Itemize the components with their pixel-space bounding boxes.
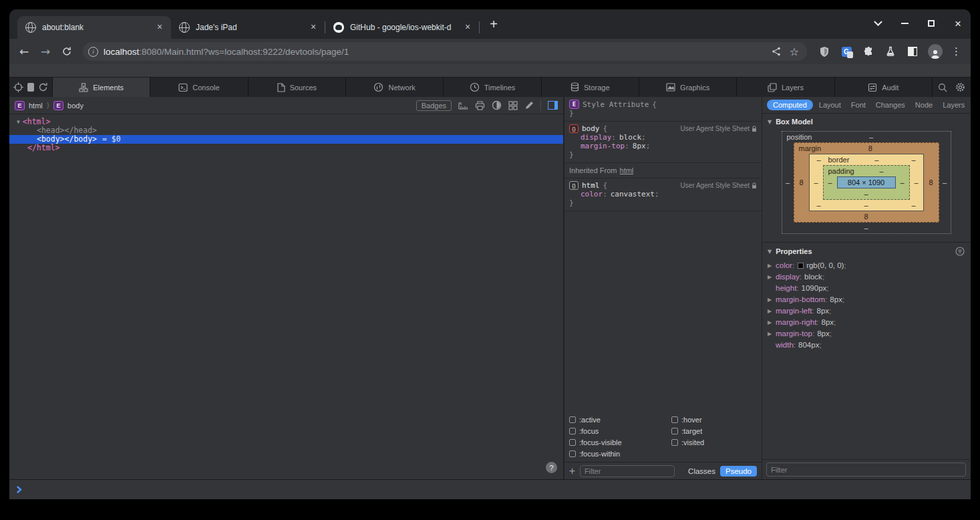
dom-node-body-selected[interactable]: <body></body>= $0 xyxy=(9,135,563,144)
url-text[interactable]: localhost:8080/Main.html?ws=localhost:92… xyxy=(104,47,766,57)
tab-changes[interactable]: Changes xyxy=(872,100,909,110)
close-icon[interactable]: × xyxy=(949,15,967,32)
ruler-icon[interactable] xyxy=(458,101,468,110)
browser-tab-github[interactable]: GitHub - google/ios-webkit-d × xyxy=(325,16,479,39)
computed-property[interactable]: ▶margin-top:8px; xyxy=(768,328,965,340)
computed-property[interactable]: ▶display:block; xyxy=(768,271,965,283)
translate-extension-icon[interactable]: G xyxy=(840,45,853,58)
dom-node-html-close[interactable]: </html> xyxy=(9,144,563,152)
tab-layers[interactable]: Layers xyxy=(939,100,969,110)
printer-icon[interactable] xyxy=(475,101,485,110)
box-model-header[interactable]: ▼ Box Model xyxy=(762,114,970,128)
tab-search-chevron-icon[interactable] xyxy=(869,15,886,32)
properties-header[interactable]: ▼ Properties xyxy=(762,243,970,259)
disclosure-triangle[interactable]: ▼ xyxy=(768,249,772,255)
tab-layout[interactable]: Layout xyxy=(815,100,845,110)
badges-button[interactable]: Badges xyxy=(416,100,452,111)
checkbox[interactable] xyxy=(671,428,678,434)
pseudo-focus[interactable]: :focus xyxy=(569,427,671,435)
inspect-target-icon[interactable] xyxy=(13,82,23,92)
style-rule-body[interactable]: {} body { User Agent Style Sheet display… xyxy=(564,122,762,163)
profile-avatar[interactable] xyxy=(928,44,943,59)
search-icon[interactable] xyxy=(938,83,947,92)
url-bar[interactable]: i localhost:8080/Main.html?ws=localhost:… xyxy=(83,42,807,61)
expander-triangle[interactable]: ▼ xyxy=(17,119,20,125)
pseudo-active[interactable]: :active xyxy=(569,416,671,424)
sidebar-extension-icon[interactable] xyxy=(906,45,919,58)
breadcrumb-item-html[interactable]: html xyxy=(29,102,43,110)
pencil-icon[interactable] xyxy=(524,101,534,110)
disclosure-triangle[interactable]: ▼ xyxy=(768,119,772,125)
browser-tab-jades-ipad[interactable]: Jade's iPad × xyxy=(171,16,325,39)
devtools-reload-icon[interactable] xyxy=(38,82,48,92)
device-icon[interactable] xyxy=(27,82,35,92)
details-sidebar-toggle-icon[interactable] xyxy=(548,101,558,110)
console-quick-bar[interactable] xyxy=(9,479,971,499)
pseudo-visited[interactable]: :visited xyxy=(671,438,757,446)
breadcrumb-item-body[interactable]: body xyxy=(67,102,84,110)
filter-circle-icon[interactable] xyxy=(955,247,965,256)
share-icon[interactable] xyxy=(771,46,782,57)
devtools-tab-storage[interactable]: Storage xyxy=(541,78,639,97)
grid-icon[interactable] xyxy=(508,101,518,110)
new-tab-button[interactable]: + xyxy=(485,16,502,33)
shield-extension-icon[interactable] xyxy=(818,45,831,58)
classes-button[interactable]: Classes xyxy=(688,467,715,475)
checkbox[interactable] xyxy=(569,450,576,457)
bookmark-star-icon[interactable]: ☆ xyxy=(790,45,799,58)
add-rule-button[interactable]: + xyxy=(569,465,575,477)
pseudo-hover[interactable]: :hover xyxy=(671,416,757,424)
tab-computed[interactable]: Computed xyxy=(767,100,813,110)
back-icon[interactable]: ← xyxy=(15,42,33,61)
tab-node[interactable]: Node xyxy=(911,100,937,110)
devtools-tab-console[interactable]: Console xyxy=(150,78,247,97)
checkbox[interactable] xyxy=(569,428,576,434)
forward-icon[interactable]: → xyxy=(36,42,55,61)
devtools-tab-audit[interactable]: Audit xyxy=(834,78,932,97)
browser-tab-about-blank[interactable]: about:blank × xyxy=(17,16,171,39)
pseudo-focus-visible[interactable]: :focus-visible xyxy=(569,438,671,446)
computed-property[interactable]: ▶margin-right:8px; xyxy=(768,317,965,328)
tab-close-icon[interactable]: × xyxy=(462,21,474,33)
pseudo-target[interactable]: :target xyxy=(671,427,757,435)
checkbox[interactable] xyxy=(671,439,678,446)
minimize-icon[interactable] xyxy=(896,15,913,32)
devtools-tab-timelines[interactable]: Timelines xyxy=(443,78,540,97)
color-swatch[interactable] xyxy=(798,263,804,269)
style-rule-attribute[interactable]: E Style Attribute { } xyxy=(564,97,762,122)
css-property[interactable]: color:canvastext; xyxy=(569,190,757,199)
kebab-menu-icon[interactable]: ⋮ xyxy=(951,45,961,57)
devtools-tab-network[interactable]: Network xyxy=(345,78,443,97)
devtools-tab-layers[interactable]: Layers xyxy=(736,78,834,97)
box-model-content[interactable]: 804 × 1090 xyxy=(837,176,896,188)
computed-property[interactable]: height:1090px; xyxy=(768,283,965,294)
css-property[interactable]: margin-top:8px; xyxy=(569,142,757,150)
computed-property[interactable]: ▶margin-bottom:8px; xyxy=(768,294,965,305)
devtools-tab-elements[interactable]: Elements xyxy=(52,78,150,97)
maximize-icon[interactable] xyxy=(923,15,940,32)
devtools-tab-graphics[interactable]: Graphics xyxy=(639,78,736,97)
gear-icon[interactable] xyxy=(955,82,965,92)
reload-icon[interactable] xyxy=(57,42,76,61)
css-property[interactable]: display:block; xyxy=(569,133,757,142)
tab-close-icon[interactable]: × xyxy=(154,21,166,33)
style-rule-html[interactable]: {} html { User Agent Style Sheet color:c… xyxy=(564,178,762,211)
flask-extension-icon[interactable] xyxy=(884,45,897,58)
sidebar-filter-input[interactable] xyxy=(766,463,966,477)
devtools-tab-sources[interactable]: Sources xyxy=(248,78,345,97)
checkbox[interactable] xyxy=(569,416,576,423)
pseudo-button[interactable]: Pseudo xyxy=(720,466,757,477)
checkbox[interactable] xyxy=(671,416,678,423)
contrast-icon[interactable] xyxy=(492,100,502,110)
computed-property[interactable]: ▶margin-left:8px; xyxy=(768,305,965,317)
pseudo-focus-within[interactable]: :focus-within xyxy=(569,450,671,458)
help-button[interactable]: ? xyxy=(546,462,557,473)
tab-font[interactable]: Font xyxy=(847,100,870,110)
computed-property[interactable]: ▶color:rgb(0, 0, 0); xyxy=(768,260,965,271)
computed-property[interactable]: width:804px; xyxy=(768,340,965,351)
tab-close-icon[interactable]: × xyxy=(307,21,319,33)
inherited-link[interactable]: html xyxy=(620,166,634,174)
extensions-puzzle-icon[interactable] xyxy=(862,45,875,58)
info-icon[interactable]: i xyxy=(88,47,98,57)
checkbox[interactable] xyxy=(569,439,576,446)
